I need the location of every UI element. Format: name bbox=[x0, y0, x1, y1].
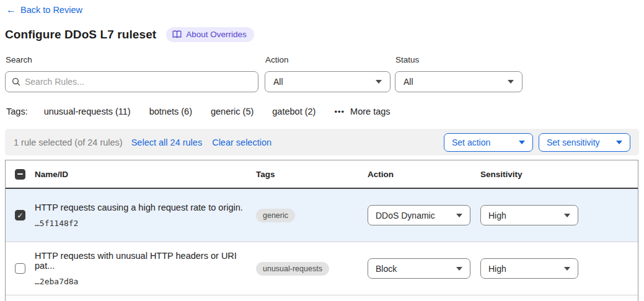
rule-action-select[interactable]: Block bbox=[368, 258, 470, 279]
row-checkbox[interactable]: ✓ bbox=[15, 210, 25, 220]
table-header-row: Name/ID Tags Action Sensitivity bbox=[6, 160, 638, 189]
ellipsis-icon: ••• bbox=[334, 107, 345, 116]
rule-action-select[interactable]: DDoS Dynamic bbox=[368, 205, 470, 225]
chevron-down-icon bbox=[456, 214, 462, 217]
check-icon: ✓ bbox=[17, 212, 23, 219]
status-filter-select[interactable]: All bbox=[395, 71, 523, 92]
bulk-actions: Set action Set sensitivity bbox=[444, 133, 630, 152]
select-all-link[interactable]: Select all 24 rules bbox=[131, 137, 202, 147]
tag-filter-generic[interactable]: generic (5) bbox=[211, 107, 254, 116]
set-action-dropdown[interactable]: Set action bbox=[444, 133, 533, 152]
chevron-down-icon bbox=[376, 80, 382, 84]
action-filter-select[interactable]: All bbox=[265, 71, 390, 92]
status-filter-label: Status bbox=[395, 55, 419, 64]
column-header-tags: Tags bbox=[256, 170, 368, 179]
search-label: Search bbox=[6, 55, 32, 64]
status-filter-value: All bbox=[404, 77, 413, 87]
search-input[interactable] bbox=[25, 77, 252, 87]
page-title: Configure DDoS L7 ruleset bbox=[5, 28, 156, 41]
configure-ddos-ruleset-page: ← Back to Review Configure DDoS L7 rules… bbox=[0, 0, 644, 301]
rule-name: HTTP requests with unusual HTTP headers … bbox=[35, 251, 244, 271]
rule-name: HTTP requests causing a high request rat… bbox=[35, 203, 244, 212]
chevron-down-icon bbox=[564, 267, 570, 271]
title-row: Configure DDoS L7 ruleset About Override… bbox=[5, 27, 254, 42]
selection-summary: 1 rule selected (of 24 rules) bbox=[14, 137, 123, 147]
rule-action-value: Block bbox=[376, 264, 397, 274]
about-overrides-button[interactable]: About Overrides bbox=[166, 27, 254, 42]
rule-tag-badge: unusual-requests bbox=[256, 262, 329, 276]
rule-tag-badge: generic bbox=[256, 209, 295, 222]
action-filter-value: All bbox=[273, 77, 283, 87]
chevron-down-icon bbox=[564, 214, 570, 217]
search-icon bbox=[12, 77, 20, 86]
tags-bar: Tags: unusual-requests (11) botnets (6) … bbox=[6, 107, 390, 116]
about-overrides-label: About Overrides bbox=[186, 30, 247, 39]
selection-bar: 1 rule selected (of 24 rules) Select all… bbox=[5, 129, 639, 155]
book-icon bbox=[172, 30, 182, 38]
rule-sensitivity-value: High bbox=[488, 264, 506, 274]
chevron-down-icon bbox=[519, 141, 525, 144]
column-header-name-id: Name/ID bbox=[35, 170, 256, 179]
rule-id: …5f1148f2 bbox=[35, 219, 244, 228]
row-checkbox[interactable] bbox=[15, 263, 25, 274]
rule-sensitivity-value: High bbox=[488, 211, 506, 220]
rule-sensitivity-select[interactable]: High bbox=[480, 205, 578, 225]
column-header-action: Action bbox=[368, 170, 480, 179]
set-sensitivity-dropdown[interactable]: Set sensitivity bbox=[539, 133, 630, 152]
chevron-down-icon bbox=[508, 80, 514, 84]
back-arrow-icon: ← bbox=[6, 5, 16, 15]
set-sensitivity-label: Set sensitivity bbox=[547, 137, 600, 147]
tag-filter-gatebot[interactable]: gatebot (2) bbox=[272, 107, 315, 116]
table-row: ✓ HTTP requests causing a high request r… bbox=[6, 189, 638, 242]
column-header-sensitivity: Sensitivity bbox=[480, 170, 638, 179]
indeterminate-icon bbox=[17, 173, 23, 175]
rule-action-value: DDoS Dynamic bbox=[376, 211, 435, 220]
chevron-down-icon bbox=[456, 267, 462, 271]
rule-sensitivity-select[interactable]: High bbox=[480, 258, 578, 279]
action-filter-label: Action bbox=[265, 55, 289, 64]
tag-filter-unusual-requests[interactable]: unusual-requests (11) bbox=[44, 107, 131, 116]
back-to-review-link[interactable]: ← Back to Review bbox=[6, 5, 82, 15]
table-row: HTTP requests with unusual HTTP headers … bbox=[6, 242, 638, 295]
back-link-label: Back to Review bbox=[20, 5, 82, 15]
more-tags-button[interactable]: ••• More tags bbox=[334, 107, 390, 116]
chevron-down-icon bbox=[616, 141, 622, 144]
set-action-label: Set action bbox=[452, 137, 490, 147]
tags-label: Tags: bbox=[6, 107, 28, 116]
rule-id: …2eba7d8a bbox=[35, 277, 244, 286]
more-tags-label: More tags bbox=[350, 107, 390, 116]
search-box bbox=[5, 71, 258, 92]
clear-selection-link[interactable]: Clear selection bbox=[212, 137, 271, 147]
rules-table: Name/ID Tags Action Sensitivity ✓ HTTP r… bbox=[5, 160, 638, 301]
tag-filter-botnets[interactable]: botnets (6) bbox=[149, 107, 192, 116]
select-all-checkbox[interactable] bbox=[15, 169, 25, 180]
